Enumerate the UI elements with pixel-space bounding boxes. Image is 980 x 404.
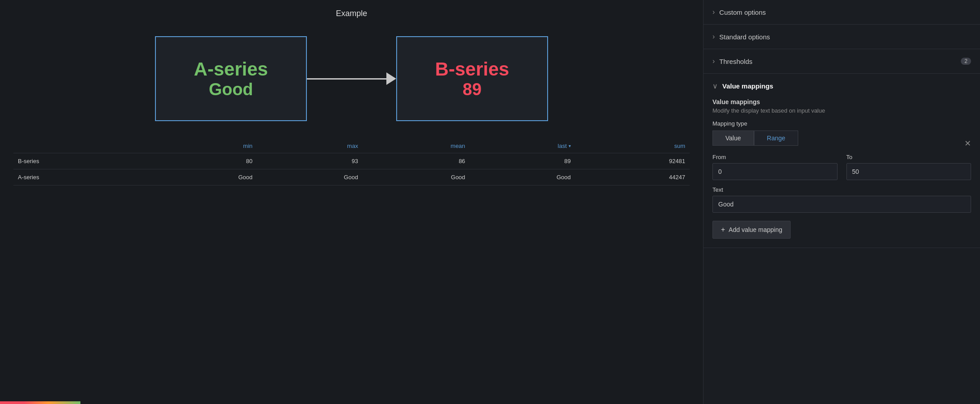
cell-max: Good [257, 169, 362, 185]
arrow-head [386, 72, 396, 85]
table-row: A-series Good Good Good Good 44247 [13, 169, 690, 185]
value-mappings-section: ∨ Value mappings Value mappings Modify t… [704, 74, 980, 248]
value-mappings-header[interactable]: ∨ Value mappings [704, 74, 980, 98]
left-panel: Example A-series Good B-series 89 min ma… [0, 0, 703, 404]
node-a-sublabel: Good [209, 80, 253, 99]
from-input[interactable] [712, 163, 838, 180]
node-b-sublabel: 89 [463, 80, 482, 99]
mapping-type-value-btn[interactable]: Value [712, 130, 754, 146]
to-group: To [846, 154, 972, 180]
table-row: B-series 80 93 86 89 92481 [13, 153, 690, 169]
to-label: To [846, 154, 972, 160]
bottom-bar [0, 401, 80, 404]
col-min: min [151, 139, 257, 153]
diagram-area: A-series Good B-series 89 [0, 23, 703, 135]
to-input[interactable] [846, 163, 972, 180]
custom-options-section[interactable]: › Custom options [704, 0, 980, 25]
thresholds-section[interactable]: › Thresholds 2 [704, 49, 980, 74]
col-max: max [257, 139, 362, 153]
cell-name: A-series [13, 169, 151, 185]
add-mapping-label: Add value mapping [729, 226, 782, 233]
from-to-row: From To [712, 154, 971, 180]
vmap-title: Value mappings [712, 98, 971, 105]
mapping-type-label: Mapping type [712, 120, 971, 127]
cell-min: Good [151, 169, 257, 185]
standard-options-label: Standard options [719, 33, 971, 41]
cell-sum: 44247 [575, 169, 690, 185]
data-table-area: min max mean last ▾ sum B-series 80 93 8 [0, 135, 703, 404]
node-b-label: B-series [435, 59, 509, 80]
cell-mean: Good [363, 169, 470, 185]
chevron-down-icon: ∨ [712, 82, 718, 90]
thresholds-label: Thresholds [719, 58, 957, 65]
cell-sum: 92481 [575, 153, 690, 169]
col-mean: mean [363, 139, 470, 153]
arrow [307, 72, 396, 85]
add-value-mapping-button[interactable]: + Add value mapping [712, 221, 791, 239]
col-last[interactable]: last ▾ [469, 139, 575, 153]
thresholds-badge: 2 [961, 58, 971, 65]
value-mappings-label: Value mappings [722, 82, 971, 90]
vmap-subtitle: Modify the display text based on input v… [712, 107, 971, 114]
cell-min: 80 [151, 153, 257, 169]
text-label: Text [712, 186, 971, 193]
node-a-label: A-series [194, 59, 268, 80]
from-label: From [712, 154, 838, 160]
plus-icon: + [721, 226, 725, 234]
col-sum: sum [575, 139, 690, 153]
from-group: From [712, 154, 838, 180]
arrow-line [307, 78, 386, 80]
cell-name: B-series [13, 153, 151, 169]
col-name [13, 139, 151, 153]
right-panel: › Custom options › Standard options › Th… [703, 0, 980, 404]
cell-max: 93 [257, 153, 362, 169]
cell-last: 89 [469, 153, 575, 169]
custom-options-label: Custom options [719, 8, 971, 16]
node-a-box: A-series Good [155, 36, 307, 121]
value-mappings-content: Value mappings Modify the display text b… [704, 98, 980, 248]
panel-title: Example [0, 0, 703, 23]
text-input[interactable] [712, 196, 971, 213]
cell-mean: 86 [363, 153, 470, 169]
sort-arrow-icon: ▾ [569, 143, 571, 148]
mapping-type-range-btn[interactable]: Range [754, 130, 798, 146]
chevron-right-icon: › [712, 8, 715, 16]
data-table: min max mean last ▾ sum B-series 80 93 8 [13, 139, 690, 185]
close-icon[interactable]: ✕ [964, 139, 971, 148]
chevron-right-icon-3: › [712, 57, 715, 65]
standard-options-section[interactable]: › Standard options [704, 25, 980, 49]
chevron-right-icon-2: › [712, 33, 715, 41]
mapping-type-row: Value Range [712, 130, 971, 146]
node-b-box: B-series 89 [396, 36, 548, 121]
cell-last: Good [469, 169, 575, 185]
